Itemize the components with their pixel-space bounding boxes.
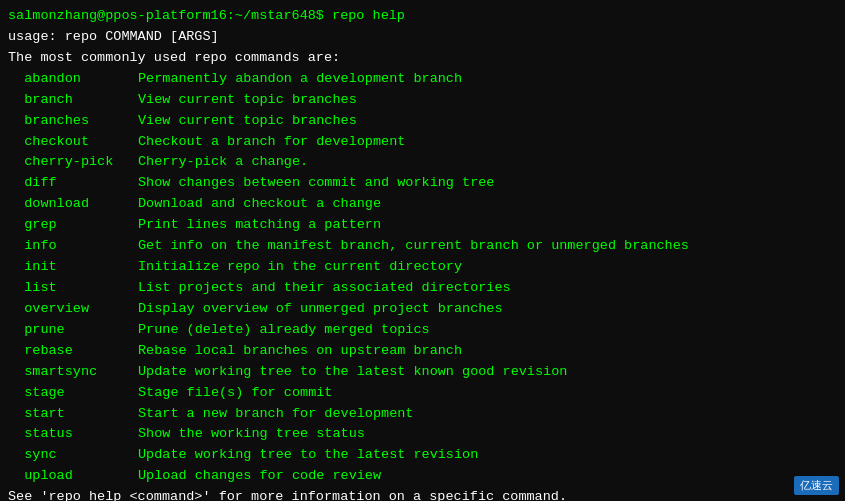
command-row: initInitialize repo in the current direc… [8,257,837,278]
terminal-window: salmonzhang@ppos-platform16:~/mstar648$ … [0,0,845,501]
command-row: branchView current topic branches [8,90,837,111]
command-row: uploadUpload changes for code review [8,466,837,487]
command-row: rebaseRebase local branches on upstream … [8,341,837,362]
watermark-badge: 亿速云 [794,476,839,495]
usage-line: usage: repo COMMAND [ARGS] [8,27,837,48]
command-row: checkoutCheckout a branch for developmen… [8,132,837,153]
intro-line: The most commonly used repo commands are… [8,48,837,69]
command-row: downloadDownload and checkout a change [8,194,837,215]
command-row: syncUpdate working tree to the latest re… [8,445,837,466]
command-row: branchesView current topic branches [8,111,837,132]
commands-list: abandonPermanently abandon a development… [8,69,837,487]
command-row: listList projects and their associated d… [8,278,837,299]
command-row: cherry-pickCherry-pick a change. [8,152,837,173]
command-row: startStart a new branch for development [8,404,837,425]
command-row: infoGet info on the manifest branch, cur… [8,236,837,257]
command-row: abandonPermanently abandon a development… [8,69,837,90]
command-row: diffShow changes between commit and work… [8,173,837,194]
command-row: stageStage file(s) for commit [8,383,837,404]
footer1: See 'repo help <command>' for more infor… [8,487,837,501]
prompt-line: salmonzhang@ppos-platform16:~/mstar648$ … [8,6,837,27]
command-row: prunePrune (delete) already merged topic… [8,320,837,341]
command-row: smartsyncUpdate working tree to the late… [8,362,837,383]
command-row: statusShow the working tree status [8,424,837,445]
command-row: overviewDisplay overview of unmerged pro… [8,299,837,320]
command-row: grepPrint lines matching a pattern [8,215,837,236]
